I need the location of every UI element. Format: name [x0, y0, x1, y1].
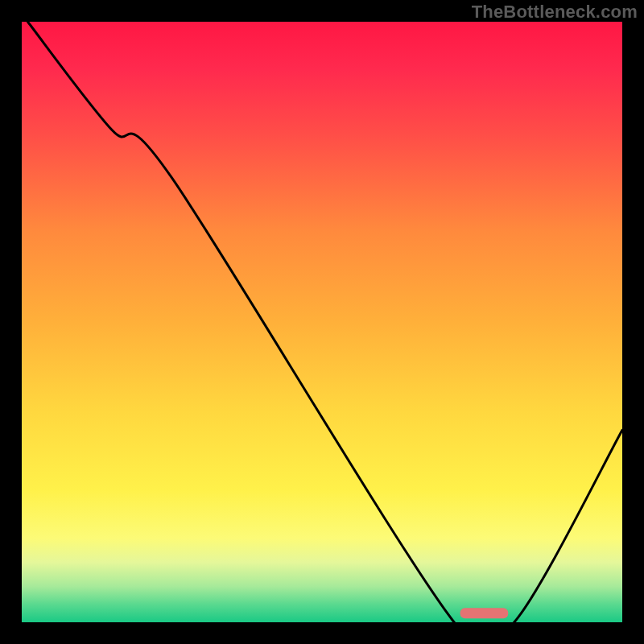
watermark-text: TheBottleneck.com — [472, 2, 638, 23]
chart-background — [22, 22, 622, 622]
chart-container: TheBottleneck.com — [0, 0, 644, 644]
optimal-marker — [460, 608, 509, 618]
bottleneck-chart — [0, 0, 644, 644]
